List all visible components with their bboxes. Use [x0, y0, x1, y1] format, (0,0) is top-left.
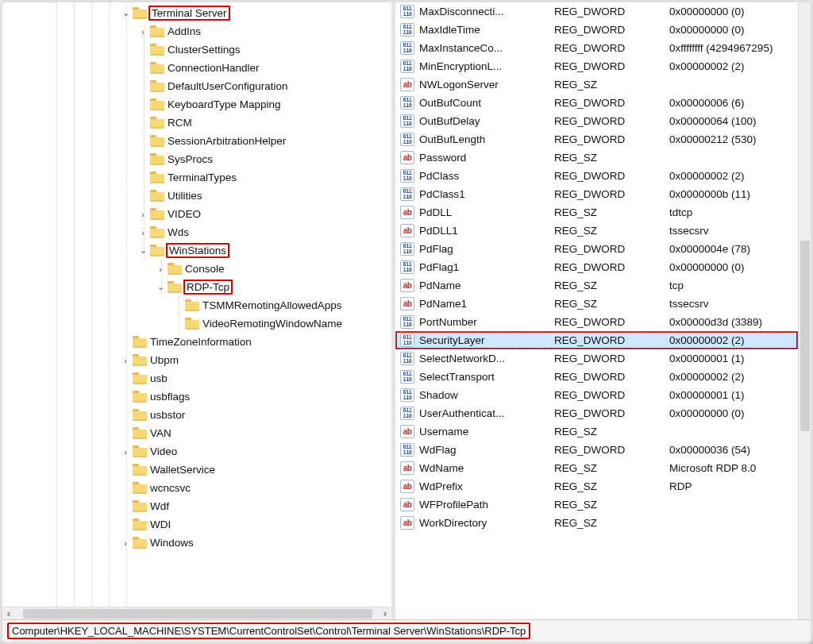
tree-node[interactable]: ·VAN [2, 424, 391, 442]
tree-node[interactable]: ·ClusterSettings [2, 40, 391, 59]
value-row[interactable]: PdNameREG_SZtcp [395, 276, 798, 295]
value-name: MaxDisconnecti... [419, 6, 554, 17]
folder-icon [133, 500, 147, 512]
hscroll-track[interactable] [15, 607, 379, 619]
value-type: REG_DWORD [554, 97, 669, 109]
scroll-left-arrow-icon[interactable]: ‹ [2, 607, 15, 620]
tree-node[interactable]: ›Windows [2, 534, 391, 552]
vertical-scrollbar[interactable] [798, 2, 811, 619]
tree-node[interactable]: ·wcncsvc [2, 479, 391, 497]
value-row[interactable]: WFProfilePathREG_SZ [395, 496, 798, 514]
tree-node[interactable]: ·TimeZoneInformation [2, 333, 391, 351]
no-toggle: · [120, 520, 131, 530]
tree-node[interactable]: ⌄WinStations [2, 241, 391, 260]
tree-node[interactable]: ›Ubpm [2, 351, 391, 369]
expand-toggle-icon[interactable]: › [120, 538, 131, 548]
no-toggle: · [137, 82, 148, 91]
tree-node-label: Windows [150, 537, 198, 549]
value-row[interactable]: PdClass1REG_DWORD0x0000000b (11) [395, 185, 798, 203]
expand-toggle-icon[interactable]: › [155, 264, 166, 274]
value-name: PdClass1 [419, 188, 554, 200]
tree-node[interactable]: ›Wds [2, 223, 391, 241]
tree-node[interactable]: ·Wdf [2, 497, 391, 515]
value-row[interactable]: UserAuthenticat...REG_DWORD0x00000000 (0… [395, 404, 798, 422]
value-row[interactable]: SelectNetworkD...REG_DWORD0x00000001 (1) [395, 349, 798, 368]
folder-icon [168, 281, 182, 293]
value-row[interactable]: OutBufDelayREG_DWORD0x00000064 (100) [395, 112, 798, 130]
value-row[interactable]: PdFlagREG_DWORD0x0000004e (78) [395, 240, 798, 258]
tree-node[interactable]: ·Utilities [2, 187, 391, 205]
tree-node[interactable]: ›Video [2, 442, 391, 461]
tree-node[interactable]: ·usbstor [2, 406, 391, 424]
tree-node[interactable]: ·usb [2, 369, 391, 388]
expand-toggle-icon[interactable]: › [120, 356, 131, 365]
scroll-right-arrow-icon[interactable]: › [379, 607, 391, 620]
value-row[interactable]: WdFlagREG_DWORD0x00000036 (54) [395, 441, 798, 459]
value-row[interactable]: ShadowREG_DWORD0x00000001 (1) [395, 386, 798, 404]
list-scroll-area[interactable]: MaxDisconnecti...REG_DWORD0x00000000 (0)… [395, 2, 798, 619]
tree-scroll-area[interactable]: ⌄Terminal Server›AddIns·ClusterSettings·… [2, 2, 391, 607]
value-row[interactable]: WdNameREG_SZMicrosoft RDP 8.0 [395, 459, 798, 477]
value-row[interactable]: PdDLLREG_SZtdtcp [395, 203, 798, 222]
value-row[interactable]: OutBufLengthREG_DWORD0x00000212 (530) [395, 130, 798, 148]
horizontal-scrollbar[interactable]: ‹ › [2, 607, 391, 619]
string-value-icon [400, 425, 414, 438]
value-row[interactable]: MaxInstanceCo...REG_DWORD0xffffffff (429… [395, 39, 798, 57]
expand-toggle-icon[interactable]: › [137, 210, 148, 219]
value-row[interactable]: PdFlag1REG_DWORD0x00000000 (0) [395, 258, 798, 276]
value-row[interactable]: MaxIdleTimeREG_DWORD0x00000000 (0) [395, 21, 798, 39]
value-row[interactable]: UsernameREG_SZ [395, 422, 798, 441]
collapse-toggle-icon[interactable]: ⌄ [120, 8, 131, 18]
tree-node[interactable]: ·WDI [2, 515, 391, 534]
expand-toggle-icon[interactable]: › [120, 447, 131, 457]
tree-node[interactable]: ›Console [2, 260, 391, 278]
tree-node[interactable]: ·VideoRemotingWindowName [2, 314, 391, 333]
tree-node[interactable]: ·SysProcs [2, 150, 391, 168]
value-row[interactable]: MaxDisconnecti...REG_DWORD0x00000000 (0) [395, 2, 798, 21]
value-row[interactable]: WorkDirectoryREG_SZ [395, 514, 798, 532]
tree-node[interactable]: ·SessionArbitrationHelper [2, 132, 391, 150]
expand-toggle-icon[interactable]: › [137, 228, 148, 237]
value-type: REG_DWORD [554, 334, 669, 346]
no-toggle: · [120, 465, 131, 475]
value-row[interactable]: PortNumberREG_DWORD0x00000d3d (3389) [395, 313, 798, 331]
value-type: REG_SZ [554, 79, 669, 91]
expand-toggle-icon[interactable]: › [137, 27, 148, 37]
value-row[interactable]: WdPrefixREG_SZRDP [395, 477, 798, 496]
string-value-icon [400, 480, 414, 493]
value-type: REG_DWORD [554, 353, 669, 364]
tree-node[interactable]: ›VIDEO [2, 205, 391, 223]
tree-node[interactable]: ·TerminalTypes [2, 168, 391, 187]
value-row[interactable]: NWLogonServerREG_SZ [395, 75, 798, 94]
value-row[interactable]: MinEncryptionL...REG_DWORD0x00000002 (2) [395, 57, 798, 75]
tree-node[interactable]: ›AddIns [2, 22, 391, 40]
tree-node[interactable]: ·RCM [2, 114, 391, 132]
vscroll-thumb[interactable] [800, 241, 810, 431]
registry-tree: ⌄Terminal Server›AddIns·ClusterSettings·… [2, 2, 391, 552]
value-name: OutBufLength [419, 133, 554, 145]
value-row[interactable]: PdClassREG_DWORD0x00000002 (2) [395, 167, 798, 185]
tree-node[interactable]: ·ConnectionHandler [2, 59, 391, 77]
tree-node[interactable]: ·TSMMRemotingAllowedApps [2, 296, 391, 314]
value-type: REG_DWORD [554, 389, 669, 401]
value-row[interactable]: SecurityLayerREG_DWORD0x00000002 (2) [395, 331, 798, 349]
tree-node[interactable]: ⌄Terminal Server [2, 4, 391, 22]
value-row[interactable]: PdDLL1REG_SZtssecsrv [395, 222, 798, 240]
hscroll-thumb[interactable] [23, 609, 372, 619]
tree-node[interactable]: ·DefaultUserConfiguration [2, 77, 391, 95]
value-row[interactable]: SelectTransportREG_DWORD0x00000002 (2) [395, 368, 798, 386]
tree-node[interactable]: ·usbflags [2, 388, 391, 406]
collapse-toggle-icon[interactable]: ⌄ [155, 282, 166, 292]
collapse-toggle-icon[interactable]: ⌄ [137, 245, 148, 256]
no-toggle: · [120, 502, 131, 511]
tree-node[interactable]: ·WalletService [2, 461, 391, 479]
no-toggle: · [120, 337, 131, 347]
tree-node[interactable]: ⌄RDP-Tcp [2, 278, 391, 296]
value-row[interactable]: PdName1REG_SZtssecsrv [395, 295, 798, 313]
folder-icon [150, 208, 164, 220]
value-row[interactable]: PasswordREG_SZ [395, 148, 798, 167]
tree-node-label: SessionArbitrationHelper [168, 135, 291, 147]
folder-icon [133, 391, 147, 403]
value-row[interactable]: OutBufCountREG_DWORD0x00000006 (6) [395, 94, 798, 112]
tree-node[interactable]: ·KeyboardType Mapping [2, 95, 391, 114]
